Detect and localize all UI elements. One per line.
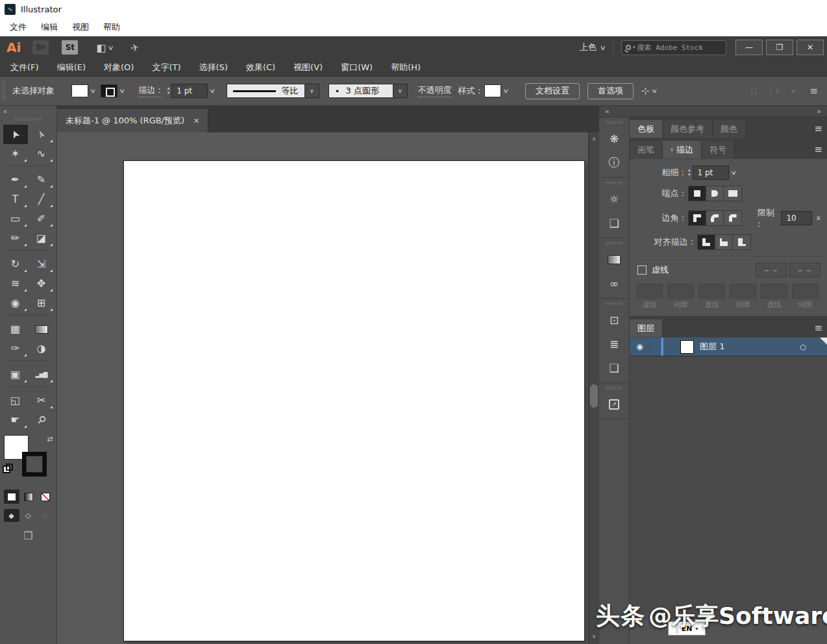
tool-hand[interactable]: ☛ — [3, 410, 28, 430]
vertical-scrollbar[interactable]: ∧ ∨ — [588, 132, 599, 644]
swatches-tab-1[interactable]: 颜色参考 — [663, 120, 713, 138]
stroke-panel-menu-icon[interactable]: ≡ — [814, 143, 822, 155]
style-chevron[interactable]: ∨ — [503, 88, 510, 94]
stroke-weight-stepper[interactable]: ▴▾ — [167, 86, 170, 95]
tool-shape-builder[interactable]: ◉ — [3, 293, 28, 313]
touch-workspace-icon[interactable]: ✈ — [129, 40, 140, 54]
swatches-tab-2[interactable]: 颜色 — [713, 120, 746, 138]
menu-item[interactable]: 视图(V) — [284, 62, 332, 73]
scrollbar-thumb[interactable] — [590, 384, 598, 408]
weight-stepper[interactable]: ▴▾ — [688, 168, 691, 177]
tool-symbol-sprayer[interactable]: ▣ — [3, 365, 28, 384]
stroke-panel-link[interactable]: 描边 : — [138, 84, 161, 97]
tool-pencil[interactable]: ✏ — [3, 229, 28, 248]
menu-item[interactable]: 对象(O) — [95, 62, 143, 73]
none-mode-button[interactable] — [38, 489, 53, 504]
weight-chevron[interactable]: ∨ — [730, 169, 737, 176]
transform-icon[interactable]: ⊡ — [599, 308, 629, 332]
tool-column-graph[interactable]: ▂▅▇ — [29, 365, 54, 384]
visibility-eye-icon[interactable]: ◉ — [630, 342, 650, 351]
tool-mesh[interactable]: ▦ — [3, 319, 28, 339]
window-menu-item[interactable]: 帮助 — [96, 21, 127, 33]
strip-grip[interactable] — [606, 386, 623, 390]
draw-normal-button[interactable]: ◆ — [4, 509, 19, 522]
stroke-weight-input[interactable]: 1 pt — [171, 84, 208, 98]
stock-button[interactable]: St — [62, 40, 78, 55]
tool-paintbrush[interactable]: ✐ — [29, 209, 54, 229]
tool-scale[interactable]: ⇲ — [29, 254, 54, 274]
stepper-down-icon[interactable]: ▾ — [167, 91, 170, 95]
toolbar-grip[interactable] — [15, 118, 42, 121]
artboard[interactable] — [123, 160, 585, 641]
tool-artboard[interactable]: ◱ — [3, 391, 28, 410]
round-cap-button[interactable] — [706, 186, 724, 201]
draw-behind-button[interactable]: ◇ — [21, 509, 36, 522]
default-fill-stroke-icon[interactable] — [3, 464, 11, 472]
bevel-join-button[interactable] — [724, 211, 741, 225]
layer-row[interactable]: ◉ 图层 1 ○ — [630, 338, 827, 356]
stroke-profile-chevron[interactable]: ∨ — [305, 84, 319, 98]
projecting-cap-button[interactable] — [724, 186, 741, 201]
align-outside-button[interactable] — [733, 235, 750, 249]
scroll-up-icon[interactable]: ∧ — [589, 136, 599, 142]
export-panel-icon[interactable]: ↗ — [599, 392, 629, 416]
tool-rectangle[interactable]: ▭ — [3, 209, 28, 229]
layer-name[interactable]: 图层 1 — [700, 341, 724, 353]
tool-width[interactable]: ≋ — [3, 274, 28, 293]
preferences-button[interactable]: 首选项 — [587, 83, 634, 99]
align-icon[interactable]: ≣ — [599, 332, 629, 356]
layers-panel-menu-icon[interactable]: ≡ — [814, 322, 822, 334]
menu-item[interactable]: 文件(F) — [1, 62, 48, 73]
swatches-panel-menu-icon[interactable]: ≡ — [814, 123, 822, 134]
layer-thumbnail[interactable] — [680, 340, 694, 354]
panel-grip[interactable] — [1, 80, 6, 101]
tool-selection[interactable]: ➤ — [3, 125, 28, 144]
workspace-switcher[interactable]: 上色 — [580, 42, 597, 53]
arrange-documents-chevron[interactable]: ∨ — [108, 44, 114, 51]
document-tab-close-icon[interactable]: ✕ — [193, 117, 199, 125]
pasteboard[interactable] — [57, 132, 599, 644]
menu-item[interactable]: 编辑(E) — [48, 62, 95, 73]
align-glyphs-chevron[interactable]: ∨ — [651, 88, 658, 94]
limit-input[interactable]: 10 — [781, 211, 812, 225]
layers-tab-0[interactable]: 图层 — [630, 319, 663, 337]
style-swatch[interactable] — [484, 84, 501, 97]
menu-item[interactable]: 效果(C) — [237, 62, 284, 73]
window-menu-item[interactable]: 视图 — [65, 21, 96, 33]
tool-rotate[interactable]: ↻ — [3, 254, 28, 274]
weight-input[interactable]: 1 pt — [693, 166, 729, 180]
menu-item[interactable]: 选择(S) — [190, 62, 236, 73]
workspace-switcher-chevron[interactable]: ∨ — [599, 44, 606, 51]
strip-grip[interactable] — [606, 121, 623, 124]
dashed-line-checkbox[interactable] — [637, 266, 647, 275]
butt-cap-button[interactable] — [689, 186, 706, 201]
document-setup-button[interactable]: 文档设置 — [525, 83, 580, 99]
tool-direct-selection[interactable]: ➢ — [29, 125, 54, 144]
layer-target-icon[interactable]: ○ — [800, 343, 806, 351]
window-menu-item[interactable]: 编辑 — [34, 21, 65, 33]
tool-slice[interactable]: ✂ — [29, 391, 54, 410]
control-panel-menu-icon[interactable]: ≡ — [809, 85, 818, 97]
artboards-icon[interactable]: ❏ — [599, 211, 629, 235]
adobe-stock-search[interactable]: ▾ 搜索 Adobe Stock — [621, 40, 726, 55]
fill-color-chevron[interactable]: ∨ — [90, 88, 96, 94]
menu-item[interactable]: 帮助(H) — [382, 62, 430, 73]
tool-blend[interactable]: ◑ — [29, 339, 54, 358]
stepper-down-icon[interactable]: ▾ — [688, 173, 691, 177]
width-profile-chevron[interactable]: ∨ — [393, 84, 408, 98]
restore-button[interactable]: ❐ — [766, 40, 793, 55]
stroke-tab-0[interactable]: 画笔 — [630, 141, 663, 158]
miter-join-button[interactable] — [689, 211, 706, 225]
menu-item[interactable]: 窗口(W) — [332, 62, 382, 73]
dock-collapse-left-icon[interactable]: « — [605, 107, 610, 116]
info-icon[interactable]: ⓘ — [599, 151, 629, 175]
stroke-color-swatch[interactable] — [101, 84, 117, 97]
tool-eraser[interactable]: ◪ — [29, 229, 54, 248]
window-menu-item[interactable]: 文件 — [3, 21, 34, 33]
align-glyphs-icon[interactable]: ⊹ — [641, 85, 650, 97]
stroke-tab-1[interactable]: ⬨描边 — [663, 141, 702, 158]
color-guide-icon[interactable]: ❋ — [599, 127, 629, 151]
lock-cell[interactable] — [650, 338, 661, 356]
align-center-button[interactable] — [698, 235, 715, 249]
stroke-proxy[interactable] — [22, 452, 47, 477]
